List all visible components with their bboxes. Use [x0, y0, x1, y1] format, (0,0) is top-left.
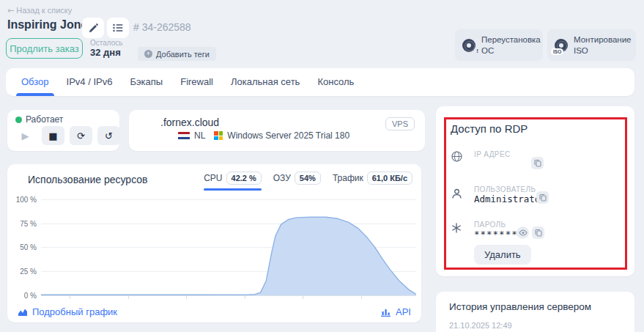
mount-label-line1: Монтирование: [574, 35, 631, 44]
stop-button[interactable]: ■: [42, 126, 64, 145]
back-link-label: Назад к списку: [16, 6, 72, 15]
copy-icon: [535, 229, 542, 237]
reinstall-label-line1: Переустановка: [481, 35, 541, 44]
y-tick-50: 50 %: [9, 243, 37, 251]
show-password-button[interactable]: [517, 226, 529, 239]
detailed-graph-link[interactable]: Подробный график: [18, 306, 117, 317]
resource-usage-title: Использование ресурсов: [28, 174, 148, 185]
nl-flag-icon: [178, 132, 190, 140]
tab-firewall[interactable]: Firewall: [180, 68, 213, 96]
resource-usage-card: Использование ресурсов CPU 42.2 % ОЗУ 54…: [7, 164, 421, 322]
y-tick-75: 75 %: [9, 220, 37, 228]
remaining-label: Осталось: [90, 39, 123, 47]
metric-tab-ram[interactable]: ОЗУ 54%: [273, 171, 321, 191]
status-label: Работает: [26, 114, 63, 125]
server-os: Windows Server 2025 Trial 180: [227, 130, 349, 141]
order-id: # 34-262588: [133, 21, 191, 33]
bar-chart-icon: [381, 308, 391, 317]
server-history-card: История управления сервером 21.10.2025 1…: [436, 292, 634, 332]
history-timestamp: 21.10.2025 12:49: [449, 321, 512, 330]
rdp-access-card: Доступ по RDP IP АДРЕС ПОЛЬЗОВАТЕЛЬ Admi…: [436, 106, 634, 276]
tab-console[interactable]: Консоль: [317, 68, 354, 96]
y-tick-25: 25 %: [9, 268, 37, 276]
remaining-value: 32 дня: [90, 47, 121, 58]
asterisk-icon: [451, 223, 462, 233]
status-dot: [15, 117, 22, 123]
tab-local-network[interactable]: Локальная сеть: [231, 68, 300, 96]
pencil-icon: [89, 23, 98, 33]
reinstall-label-line2: ОС: [481, 46, 494, 55]
api-link[interactable]: API: [381, 306, 411, 317]
page-title: Inspiring Jones: [7, 18, 94, 32]
user-icon: [451, 188, 462, 199]
ram-value-badge: 54%: [295, 171, 321, 185]
ip-address-label: IP АДРЕС: [474, 150, 511, 158]
password-label: ПАРОЛЬ: [474, 221, 506, 229]
play-icon: ▶: [22, 130, 29, 141]
server-location: NL: [194, 130, 205, 141]
start-button[interactable]: ▶: [14, 126, 37, 145]
disc-exclamation-icon: !: [462, 39, 475, 52]
detailed-graph-label: Подробный график: [32, 306, 117, 317]
y-tick-100: 100 %: [9, 196, 37, 204]
renew-order-button[interactable]: Продлить заказ: [6, 38, 83, 59]
traffic-value-badge: 61,0 КБ/с: [367, 171, 412, 185]
windows-logo-icon: [214, 131, 223, 140]
reload-button[interactable]: ⟳: [70, 126, 92, 145]
vps-type-badge: VPS: [385, 117, 415, 130]
history-title: История управления сервером: [449, 301, 591, 312]
eye-icon: [519, 229, 528, 236]
delete-rdp-button[interactable]: Удалить: [474, 245, 531, 265]
details-list-button[interactable]: [107, 18, 129, 38]
rdp-title: Доступ по RDP: [451, 122, 528, 135]
plus-circle-icon: +: [144, 50, 152, 58]
restart-icon: ↺: [105, 130, 113, 141]
edit-title-button[interactable]: [82, 18, 104, 38]
metric-tab-traffic[interactable]: Трафик 61,0 КБ/с: [333, 171, 412, 191]
globe-icon: [451, 151, 462, 162]
restart-button[interactable]: ↺: [97, 126, 120, 145]
mount-iso-button[interactable]: ISO Монтирование ISO: [547, 29, 636, 61]
y-tick-0: 0 %: [9, 292, 37, 300]
server-domain: .fornex.cloud: [160, 117, 219, 128]
server-power-card: Работает ▶ ■ ⟳ ↺: [7, 110, 119, 151]
cpu-usage-chart: [41, 193, 416, 298]
cpu-value-badge: 42.2 %: [226, 171, 262, 185]
user-value: Administrator: [474, 193, 546, 204]
tab-overview[interactable]: Обзор: [21, 68, 49, 96]
copy-icon: [539, 193, 547, 202]
reinstall-os-button[interactable]: ! Переустановка ОС: [455, 29, 543, 61]
list-icon: [113, 23, 123, 32]
user-label: ПОЛЬЗОВАТЕЛЬ: [474, 185, 536, 193]
tab-ipv4-ipv6[interactable]: IPv4 / IPv6: [67, 68, 113, 96]
metric-tab-cpu[interactable]: CPU 42.2 %: [204, 171, 262, 191]
copy-icon: [534, 159, 541, 167]
area-chart-icon: [18, 308, 28, 317]
disc-iso-icon: ISO: [555, 39, 568, 52]
tab-backups[interactable]: Бэкапы: [130, 68, 163, 96]
back-arrow-icon: ←: [7, 6, 14, 15]
add-tags-label: Добавить теги: [156, 50, 210, 59]
add-tags-button[interactable]: + Добавить теги: [138, 47, 216, 61]
section-tab-bar: Обзор IPv4 / IPv6 Бэкапы Firewall Локаль…: [6, 68, 634, 96]
server-info-card: .fornex.cloud NL Windows Server 2025 Tri…: [129, 110, 425, 151]
copy-ip-button[interactable]: [531, 157, 544, 169]
copy-password-button[interactable]: [532, 226, 544, 239]
stop-icon: ■: [48, 130, 57, 141]
mount-label-line2: ISO: [574, 46, 588, 55]
api-label: API: [396, 306, 411, 317]
refresh-icon: ⟳: [77, 130, 85, 141]
back-to-list-link[interactable]: ← Назад к списку: [7, 6, 72, 15]
copy-user-button[interactable]: [536, 191, 549, 204]
